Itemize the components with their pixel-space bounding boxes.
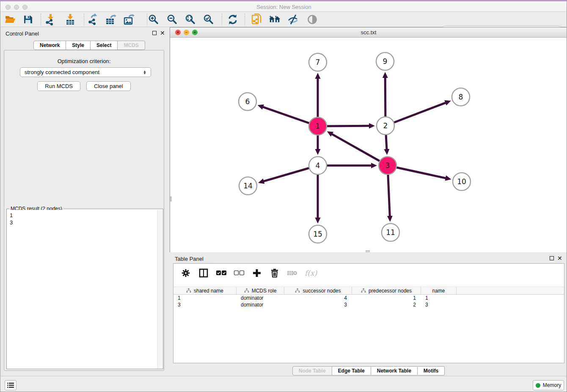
- table-panel-header: Table Panel ✕: [170, 252, 567, 263]
- add-row-icon[interactable]: [251, 268, 262, 279]
- tab-node-table[interactable]: Node Table: [292, 366, 332, 375]
- network-graph: 7968124314101511: [170, 38, 567, 252]
- tab-motifs[interactable]: Motifs: [418, 366, 445, 375]
- select-all-columns-icon[interactable]: [216, 268, 227, 279]
- close-panel-button[interactable]: Close panel: [86, 81, 131, 91]
- application-window: Session: New Session: [0, 0, 567, 392]
- table-row[interactable]: 1dominator411: [173, 295, 564, 301]
- mcds-result-text[interactable]: 13: [7, 210, 157, 369]
- graph-node-6[interactable]: 6: [239, 93, 256, 110]
- table-cell[interactable]: 1: [173, 295, 237, 301]
- table-panel-float-button[interactable]: [550, 256, 554, 260]
- hide-selected-icon[interactable]: [287, 14, 300, 25]
- zoom-in-icon[interactable]: [147, 14, 160, 25]
- graph-node-4[interactable]: 4: [309, 157, 327, 174]
- control-panel-title: Control Panel: [6, 30, 39, 37]
- graph-node-15[interactable]: 15: [309, 225, 327, 243]
- table-cell[interactable]: 4: [284, 295, 352, 301]
- deselect-all-columns-icon[interactable]: [234, 268, 245, 279]
- export-image-icon[interactable]: [123, 14, 136, 25]
- table-cell[interactable]: 2: [352, 301, 421, 308]
- svg-text:10: 10: [457, 177, 466, 186]
- column-header-MCDS-role[interactable]: MCDS role: [237, 287, 284, 294]
- column-settings-icon[interactable]: [180, 268, 191, 279]
- duplicate-network-icon[interactable]: [250, 14, 263, 25]
- column-header-successor-nodes[interactable]: successor nodes: [284, 287, 352, 294]
- column-header-name[interactable]: name: [421, 287, 457, 294]
- tab-mcds[interactable]: MCDS: [118, 41, 145, 50]
- result-scrollbar[interactable]: [157, 210, 163, 369]
- zoom-selected-icon[interactable]: [202, 14, 215, 25]
- arrowhead-icon: [445, 175, 451, 181]
- toolbar-separator: [245, 14, 245, 25]
- delete-table-icon[interactable]: [287, 268, 298, 279]
- tab-network[interactable]: Network: [33, 41, 66, 50]
- table-panel-close-button[interactable]: ✕: [557, 256, 562, 260]
- tab-network-table[interactable]: Network Table: [371, 366, 418, 375]
- arrowhead-icon: [387, 216, 393, 222]
- table-cell[interactable]: 3: [284, 301, 352, 308]
- run-mcds-button[interactable]: Run MCDS: [37, 81, 80, 91]
- graph-node-10[interactable]: 10: [453, 173, 471, 190]
- graph-node-8[interactable]: 8: [452, 88, 470, 106]
- network-window-titlebar: × − + scc.txt: [170, 28, 567, 38]
- open-session-icon[interactable]: [4, 14, 17, 25]
- svg-text:11: 11: [386, 228, 395, 237]
- control-panel-close-button[interactable]: ✕: [160, 31, 165, 35]
- save-session-icon[interactable]: [22, 14, 34, 25]
- column-label: predecessor nodes: [369, 288, 412, 294]
- table-row[interactable]: 3dominator323: [173, 301, 564, 308]
- control-panel-float-button[interactable]: [152, 31, 157, 35]
- show-task-history-button[interactable]: [5, 380, 17, 390]
- graph-node-2[interactable]: 2: [377, 117, 394, 135]
- graph-node-14[interactable]: 14: [239, 177, 257, 195]
- table-cell[interactable]: 1: [352, 295, 421, 301]
- table-cell[interactable]: 3: [421, 301, 457, 308]
- network-window-title: scc.txt: [170, 29, 567, 36]
- function-builder-icon[interactable]: f(x): [305, 268, 317, 279]
- table-panel-title: Table Panel: [175, 256, 204, 262]
- memory-status-icon: [536, 383, 540, 388]
- arrowhead-icon: [371, 163, 377, 168]
- zoom-out-icon[interactable]: [166, 14, 179, 25]
- column-label: shared name: [194, 288, 223, 294]
- graph-node-3[interactable]: 3: [379, 157, 396, 174]
- table-toolbar: f(x): [173, 264, 564, 282]
- first-neighbors-icon[interactable]: [268, 14, 281, 25]
- import-table-icon[interactable]: [64, 14, 77, 25]
- toolbar-separator: [84, 14, 84, 25]
- criterion-dropdown-value: strongly connected component: [25, 69, 99, 75]
- show-all-icon[interactable]: [306, 14, 319, 25]
- canvas-vscroll-thumb[interactable]: [170, 196, 172, 202]
- table-cell[interactable]: 1: [421, 295, 457, 301]
- graph-edge-3-1[interactable]: [331, 134, 388, 166]
- control-panel-tabs: NetworkStyleSelectMCDS: [33, 41, 145, 50]
- hierarchy-icon: [361, 288, 366, 293]
- table-cell[interactable]: dominator: [237, 301, 284, 308]
- graph-node-7[interactable]: 7: [309, 53, 327, 71]
- tab-style[interactable]: Style: [66, 41, 91, 50]
- delete-row-icon[interactable]: [269, 268, 280, 279]
- column-header-predecessor-nodes[interactable]: predecessor nodes: [352, 287, 421, 294]
- memory-button[interactable]: Memory: [533, 380, 564, 390]
- svg-text:4: 4: [316, 161, 320, 170]
- node-table: f(x) shared nameMCDS rolesuccessor nodes…: [173, 263, 564, 363]
- graph-edge-2-8[interactable]: [385, 102, 446, 126]
- export-table-icon[interactable]: [105, 14, 118, 25]
- import-network-icon[interactable]: [44, 14, 57, 25]
- apply-layout-icon[interactable]: [226, 14, 239, 25]
- graph-node-11[interactable]: 11: [382, 224, 399, 241]
- graph-node-1[interactable]: 1: [309, 117, 327, 135]
- export-network-icon[interactable]: [87, 14, 99, 25]
- table-cell[interactable]: dominator: [237, 295, 284, 301]
- show-column-panel-icon[interactable]: [198, 268, 209, 279]
- graph-node-9[interactable]: 9: [376, 52, 394, 70]
- column-header-shared-name[interactable]: shared name: [173, 287, 237, 294]
- network-canvas[interactable]: 7968124314101511: [170, 38, 567, 252]
- zoom-fit-icon[interactable]: [184, 14, 197, 25]
- tab-select[interactable]: Select: [91, 41, 118, 50]
- svg-text:15: 15: [313, 230, 322, 238]
- criterion-dropdown[interactable]: strongly connected component ▲▼: [20, 67, 151, 77]
- tab-edge-table[interactable]: Edge Table: [332, 366, 371, 375]
- table-cell[interactable]: 3: [173, 301, 237, 308]
